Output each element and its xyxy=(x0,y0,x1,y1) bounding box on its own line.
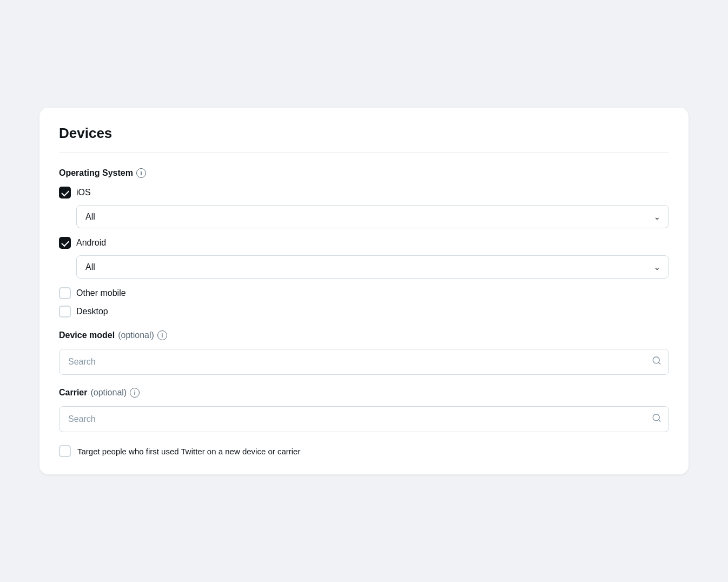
device-model-section-label: Device model (optional) i xyxy=(59,330,669,340)
android-checkbox[interactable] xyxy=(59,237,71,249)
android-checkbox-row: Android xyxy=(59,237,669,249)
carrier-section: Carrier (optional) i xyxy=(59,388,669,432)
android-version-dropdown[interactable]: All Android 13 Android 12 Android 11 And… xyxy=(76,255,669,279)
ios-option: iOS All iOS 16 iOS 15 iOS 14 iOS 13 ⌄ xyxy=(59,187,669,228)
android-dropdown-wrapper: All Android 13 Android 12 Android 11 And… xyxy=(76,255,669,279)
carrier-search-wrapper xyxy=(59,406,669,432)
new-device-label[interactable]: Target people who first used Twitter on … xyxy=(77,447,300,456)
android-label[interactable]: Android xyxy=(76,238,106,248)
ios-dropdown-wrapper: All iOS 16 iOS 15 iOS 14 iOS 13 ⌄ xyxy=(76,205,669,228)
other-mobile-checkbox[interactable] xyxy=(59,287,71,299)
os-section-label: Operating System i xyxy=(59,168,669,178)
section-divider xyxy=(59,153,669,153)
other-mobile-label[interactable]: Other mobile xyxy=(76,288,126,298)
device-model-info-icon[interactable]: i xyxy=(157,330,167,340)
ios-label[interactable]: iOS xyxy=(76,188,91,197)
page-title: Devices xyxy=(59,125,669,142)
operating-system-section: Operating System i iOS All iOS 16 iOS 15… xyxy=(59,168,669,318)
os-label-text: Operating System xyxy=(59,168,133,178)
ios-checkbox-row: iOS xyxy=(59,187,669,199)
desktop-label[interactable]: Desktop xyxy=(76,307,108,316)
ios-version-dropdown[interactable]: All iOS 16 iOS 15 iOS 14 iOS 13 xyxy=(76,205,669,228)
carrier-info-icon[interactable]: i xyxy=(130,388,140,398)
device-model-optional-text: (optional) xyxy=(118,330,154,340)
android-option: Android All Android 13 Android 12 Androi… xyxy=(59,237,669,279)
new-device-row: Target people who first used Twitter on … xyxy=(59,445,669,457)
android-dropdown-container: All Android 13 Android 12 Android 11 And… xyxy=(76,255,669,279)
carrier-section-label: Carrier (optional) i xyxy=(59,388,669,398)
new-device-checkbox[interactable] xyxy=(59,445,71,457)
carrier-search-input[interactable] xyxy=(59,406,669,432)
devices-card: Devices Operating System i iOS All iOS 1… xyxy=(39,108,689,474)
desktop-checkbox-row: Desktop xyxy=(59,306,669,318)
carrier-optional-text: (optional) xyxy=(90,388,127,398)
device-model-section: Device model (optional) i xyxy=(59,330,669,375)
device-model-search-wrapper xyxy=(59,349,669,375)
os-info-icon[interactable]: i xyxy=(136,168,146,178)
device-model-label-text: Device model xyxy=(59,330,115,340)
desktop-checkbox[interactable] xyxy=(59,306,71,318)
ios-checkbox[interactable] xyxy=(59,187,71,199)
other-mobile-checkbox-row: Other mobile xyxy=(59,287,669,299)
carrier-label-text: Carrier xyxy=(59,388,87,398)
ios-dropdown-container: All iOS 16 iOS 15 iOS 14 iOS 13 ⌄ xyxy=(76,205,669,228)
device-model-search-input[interactable] xyxy=(59,349,669,375)
